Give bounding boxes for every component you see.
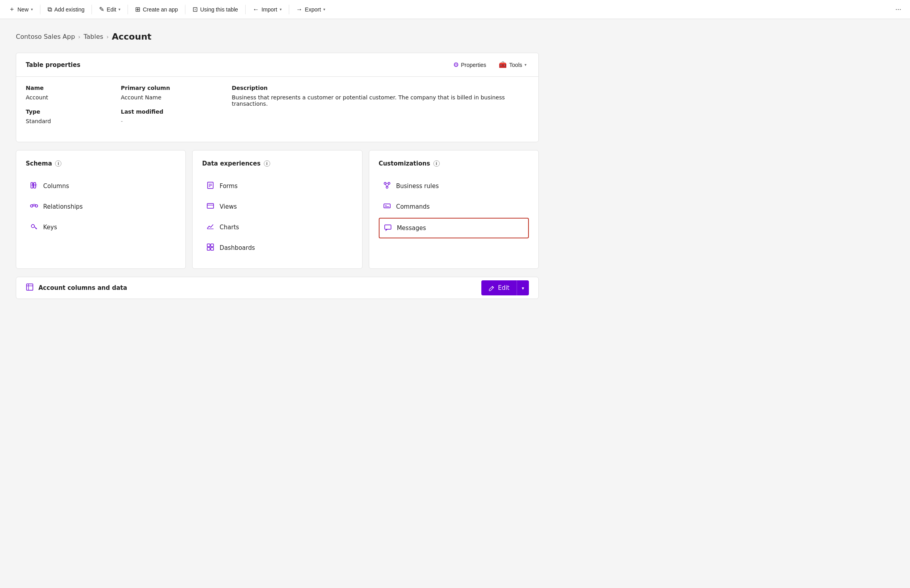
edit-btn-label: Edit [498,284,509,291]
relationships-icon [30,202,38,211]
breadcrumb-app[interactable]: Contoso Sales App [16,33,75,40]
export-caret[interactable]: ▾ [323,7,325,11]
views-label: Views [219,203,237,210]
add-existing-icon: ⧉ [48,6,52,13]
data-experiences-info-icon: i [264,160,270,167]
import-icon: ← [253,6,259,13]
schema-item-columns[interactable]: Abc Columns [26,177,176,196]
edit-caret-icon: ▾ [522,285,524,291]
edit-main-button[interactable]: Edit [481,280,517,295]
columns-icon: Abc [30,181,38,191]
divider-3 [128,5,128,14]
more-options-button[interactable]: ··· [891,3,905,16]
using-table-icon: ⊡ [193,6,198,13]
svg-rect-23 [211,247,214,250]
plus-icon: ＋ [9,5,15,13]
description-label: Description [232,85,529,91]
data-experiences-item-forms[interactable]: Forms [202,177,352,196]
data-experiences-item-views[interactable]: Views [202,197,352,216]
data-experiences-title: Data experiences i [202,160,352,167]
breadcrumb: Contoso Sales App › Tables › Account [16,32,539,42]
create-app-icon: ⊞ [135,6,140,13]
columns-label: Columns [43,183,69,190]
new-button[interactable]: ＋ New ▾ [5,3,37,16]
svg-text:Abc: Abc [32,183,38,187]
svg-rect-34 [27,284,33,290]
edit-split-button[interactable]: Edit ▾ [481,280,529,295]
customizations-card: Customizations i Business rules [369,150,539,269]
customizations-item-commands[interactable]: Commands [379,197,529,216]
export-label: Export [305,6,321,13]
type-value: Standard [26,118,121,124]
main-content: Contoso Sales App › Tables › Account Tab… [0,19,555,315]
data-experiences-item-charts[interactable]: Charts [202,218,352,237]
using-table-button[interactable]: ⊡ Using this table [189,3,242,15]
prop-col-primary: Primary column Account Name Last modifie… [121,85,232,132]
schema-title: Schema i [26,160,176,167]
svg-rect-33 [385,225,391,229]
schema-title-text: Schema [26,160,52,167]
dashboards-label: Dashboards [219,244,255,251]
divider-6 [289,5,289,14]
customizations-item-messages[interactable]: Messages [379,218,529,238]
keys-icon [30,223,38,232]
name-label: Name [26,85,121,91]
views-icon [206,202,215,211]
svg-line-29 [387,184,389,186]
prop-col-name: Name Account Type Standard [26,85,121,132]
schema-item-relationships[interactable]: Relationships [26,197,176,216]
divider-1 [40,5,40,14]
divider-5 [245,5,246,14]
commands-icon [383,202,391,211]
create-app-button[interactable]: ⊞ Create an app [131,3,182,15]
import-button[interactable]: ← Import ▾ [249,4,286,15]
using-table-label: Using this table [200,6,238,13]
properties-button[interactable]: ⚙ Properties [451,59,489,70]
business-rules-icon [383,181,391,191]
edit-pencil-icon [488,285,495,291]
svg-point-4 [35,205,38,207]
svg-rect-17 [207,204,214,208]
forms-label: Forms [219,183,238,190]
edit-button[interactable]: ✎ Edit ▾ [95,3,124,15]
svg-point-9 [31,225,34,228]
breadcrumb-current: Account [112,32,151,42]
data-experiences-item-dashboards[interactable]: Dashboards [202,238,352,257]
breadcrumb-tables[interactable]: Tables [84,33,103,40]
charts-icon [206,223,215,232]
svg-rect-30 [384,204,390,208]
customizations-info-icon: i [433,160,440,167]
add-existing-label: Add existing [54,6,84,13]
customizations-title: Customizations i [379,160,529,167]
edit-icon: ✎ [99,6,104,13]
table-properties-card: Table properties ⚙ Properties 🧰 Tools ▾ … [16,53,539,142]
card-header-actions: ⚙ Properties 🧰 Tools ▾ [451,59,529,70]
keys-label: Keys [43,224,57,231]
tools-caret[interactable]: ▾ [525,63,527,67]
bottom-bar-title: Account columns and data [26,283,127,293]
svg-rect-20 [207,244,210,247]
tools-button[interactable]: 🧰 Tools ▾ [496,59,529,70]
charts-label: Charts [219,224,239,231]
customizations-item-business-rules[interactable]: Business rules [379,177,529,196]
export-icon: → [296,6,303,13]
data-experiences-card: Data experiences i Forms [192,150,362,269]
svg-point-24 [384,183,386,185]
edit-caret-button[interactable]: ▾ [517,280,529,295]
create-app-label: Create an app [143,6,178,13]
edit-caret[interactable]: ▾ [118,7,120,11]
svg-point-25 [388,183,390,185]
new-caret[interactable]: ▾ [31,7,33,11]
name-value: Account [26,94,121,101]
tools-label: Tools [509,62,522,68]
dashboards-icon [206,243,215,253]
type-label: Type [26,108,121,115]
messages-label: Messages [397,225,426,232]
primary-column-value: Account Name [121,94,232,101]
customizations-title-text: Customizations [379,160,430,167]
toolbar: ＋ New ▾ ⧉ Add existing ✎ Edit ▾ ⊞ Create… [0,0,910,19]
add-existing-button[interactable]: ⧉ Add existing [44,4,88,15]
export-button[interactable]: → Export ▾ [292,4,329,15]
schema-item-keys[interactable]: Keys [26,218,176,237]
import-caret[interactable]: ▾ [280,7,282,11]
